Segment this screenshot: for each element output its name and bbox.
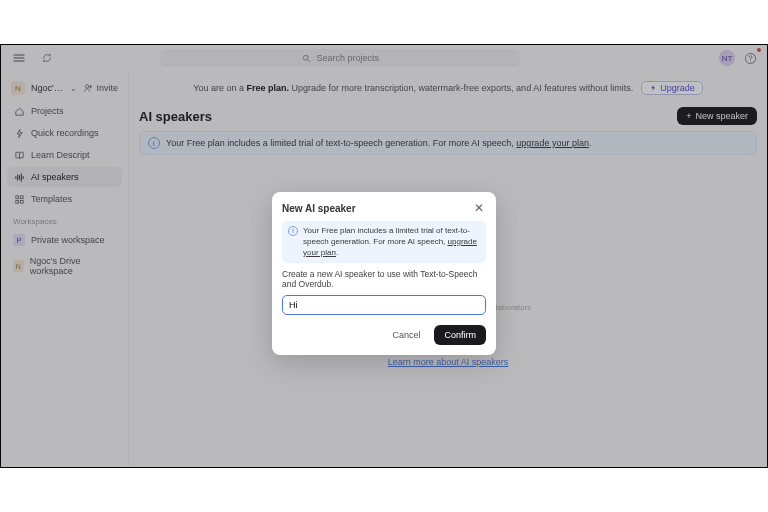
modal-info-banner: i Your Free plan includes a limited tria… (282, 221, 486, 263)
speaker-name-input[interactable] (282, 295, 486, 315)
confirm-button[interactable]: Confirm (434, 325, 486, 345)
modal-actions: Cancel Confirm (282, 325, 486, 345)
info-icon: i (288, 226, 298, 236)
modal-header: New AI speaker ✕ (282, 201, 486, 215)
modal-description: Create a new AI speaker to use with Text… (282, 269, 486, 289)
modal-info-text: Your Free plan includes a limited trial … (303, 226, 470, 246)
close-icon[interactable]: ✕ (472, 201, 486, 215)
cancel-button[interactable]: Cancel (386, 326, 426, 344)
new-speaker-modal: New AI speaker ✕ i Your Free plan includ… (272, 192, 496, 355)
modal-title: New AI speaker (282, 203, 356, 214)
